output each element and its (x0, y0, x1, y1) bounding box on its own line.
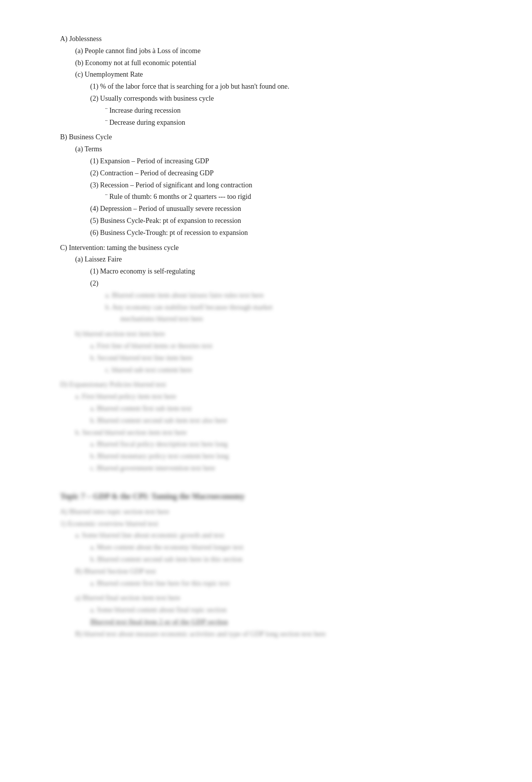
blurred-title-2-text: 1) Economic overview blurred text (60, 520, 158, 528)
blurred-title-item2-sub-text: a. Blurred content first line here for t… (90, 580, 229, 587)
section-b-item5-text: (5) Business Cycle-Peak: pt of expansion… (90, 217, 241, 224)
blurred-c2-line1: a. Blurred content item about laissez fa… (105, 290, 492, 302)
section-b: B) Business Cycle (60, 131, 492, 143)
blurred-title-sub-item2: b. Blurred content second sub item here … (90, 554, 492, 566)
blurred-title-sub-item1: a. More content about the economy blurre… (90, 542, 492, 554)
blurred-d-item2-text: b. Second blurred section item text here (75, 429, 187, 436)
section-a-c-item2-text: (2) Usually corresponds with business cy… (90, 95, 214, 102)
section-a-label: A) Joblessness (60, 35, 102, 43)
section-b-item6: (6) Business Cycle-Trough: pt of recessi… (90, 227, 492, 239)
section-a-a-label: (a) People cannot find jobs à Loss of in… (75, 47, 200, 55)
blurred-title-item2-text: B) Blurred Section GDP text (75, 568, 156, 575)
blurred-title-final1-text: a. Some blurred content about final topi… (90, 606, 226, 614)
section-c-label: C) Intervention: taming the business cyc… (60, 244, 179, 251)
section-c-a-label: (a) Laissez Faire (75, 255, 122, 263)
section-b-item4: (4) Depression – Period of unusually sev… (90, 203, 492, 215)
section-b-item3: (3) Recession – Period of significant an… (90, 179, 492, 191)
blurred-d-sub5: c. Blurred government intervention text … (90, 462, 492, 474)
blurred-d-item1-text: a. First blurred policy item text here (75, 393, 176, 400)
section-c-item2-text: (2) (90, 280, 98, 287)
blurred-d-sub4: b. Blurred monetary policy text content … (90, 450, 492, 462)
blurred-title-item1: a. Some blurred line about economic grow… (75, 530, 492, 542)
blurred-title-final2-text: Blurred text final item 2 or of the GDP … (90, 618, 228, 626)
blurred-b-item1: a. First line of blurred items or theori… (90, 340, 492, 352)
blurred-title-sub1: A) Blurred intro topic section text here (60, 506, 492, 518)
blurred-d-section: D) Expansionary Policies blurred text (60, 379, 492, 391)
blurred-title-final1: a. Some blurred content about final topi… (90, 604, 492, 616)
section-c-item2: (2) (90, 278, 492, 290)
blurred-c2-line3: mechanisms blurred text here (120, 313, 492, 325)
section-b-item4-text: (4) Depression – Period of unusually sev… (90, 205, 241, 212)
blurred-b-section-text: b) blurred section text item here (75, 330, 165, 338)
blurred-d-sub2: b. Blurred content second sub item text … (90, 415, 492, 427)
section-b-item6-text: (6) Business Cycle-Trough: pt of recessi… (90, 229, 248, 236)
blurred-c2-line3-text: mechanisms blurred text here (120, 315, 203, 323)
blurred-title-final3: B) blurred text about measure economic a… (75, 628, 492, 640)
section-a-c-bullet2: ¨ Decrease during expansion (105, 117, 492, 129)
blurred-b-item2-text: b. Second blurred text line item here (90, 354, 192, 362)
section-a-a: (a) People cannot find jobs à Loss of in… (75, 45, 492, 57)
section-a: A) Joblessness (60, 33, 492, 45)
blurred-title-item2-sub: a. Blurred content first line here for t… (90, 578, 492, 590)
blurred-title-final2: Blurred text final item 2 or of the GDP … (90, 616, 492, 628)
document-outline: A) Joblessness (a) People cannot find jo… (60, 33, 492, 640)
blurred-d-item1: a. First blurred policy item text here (75, 391, 492, 403)
blurred-d-sub3: a. Blurred fiscal policy description tex… (90, 438, 492, 450)
blurred-title-section: Topic 7 – GDP & the CPI: Taming the Macr… (60, 489, 492, 503)
blurred-b-sub: c. blurred sub text content here (105, 364, 492, 376)
section-c: C) Intervention: taming the business cyc… (60, 242, 492, 254)
blurred-title-item2: B) Blurred Section GDP text (75, 566, 492, 578)
blurred-c2-line1-text: a. Blurred content item about laissez fa… (105, 292, 263, 299)
blurred-d-sub2-text: b. Blurred content second sub item text … (90, 417, 227, 424)
section-b-item1: (1) Expansion – Period of increasing GDP (90, 155, 492, 167)
section-a-b-label: (b) Economy not at full economic potenti… (75, 59, 196, 67)
blurred-d-sub3-text: a. Blurred fiscal policy description tex… (90, 440, 227, 448)
section-a-c-bullet2-text: ¨ Decrease during expansion (105, 119, 185, 126)
section-b-a-label: (a) Terms (75, 145, 102, 153)
blurred-title-sub-item2-text: b. Blurred content second sub item here … (90, 556, 242, 563)
blurred-c2-line2-text: b. Any economy can stabilize itself beca… (105, 304, 273, 311)
section-a-c-item1-text: (1) % of the labor force that is searchi… (90, 83, 290, 90)
blurred-b-item2: b. Second blurred text line item here (90, 352, 492, 364)
section-b-item2: (2) Contraction – Period of decreasing G… (90, 167, 492, 179)
section-b-item1-text: (1) Expansion – Period of increasing GDP (90, 157, 209, 165)
section-a-c: (c) Unemployment Rate (75, 69, 492, 81)
section-c-item1-text: (1) Macro economy is self-regulating (90, 268, 195, 275)
blurred-c2-line2: b. Any economy can stabilize itself beca… (105, 302, 492, 314)
blurred-title-item1-text: a. Some blurred line about economic grow… (75, 532, 224, 539)
section-b-sub-bullet-text: ¨ Rule of thumb: 6 months or 2 quarters … (105, 193, 251, 200)
blurred-d-sub1-text: a. Blurred content first sub item text (90, 405, 192, 412)
blurred-b-item1-text: a. First line of blurred items or theori… (90, 342, 212, 350)
section-b-label: B) Business Cycle (60, 133, 112, 141)
section-b-item3-text: (3) Recession – Period of significant an… (90, 181, 252, 189)
blurred-title-text: Topic 7 – GDP & the CPI: Taming the Macr… (60, 492, 244, 500)
blurred-b-sub-text: c. blurred sub text content here (105, 366, 192, 374)
section-a-c-bullet1-text: ¨ Increase during recession (105, 107, 180, 114)
section-b-item2-text: (2) Contraction – Period of decreasing G… (90, 169, 214, 177)
blurred-d-sub5-text: c. Blurred government intervention text … (90, 464, 215, 472)
blurred-b-section: b) blurred section text item here (75, 328, 492, 340)
blurred-title-final3-text: B) blurred text about measure economic a… (75, 630, 326, 638)
section-b-item5: (5) Business Cycle-Peak: pt of expansion… (90, 215, 492, 227)
section-a-c-item2: (2) Usually corresponds with business cy… (90, 93, 492, 105)
section-c-item1: (1) Macro economy is self-regulating (90, 266, 492, 278)
section-a-b: (b) Economy not at full economic potenti… (75, 57, 492, 69)
blurred-title-item3-text: a) Blurred final section item text here (75, 594, 180, 602)
blurred-d-sub1: a. Blurred content first sub item text (90, 403, 492, 415)
blurred-title-2: 1) Economic overview blurred text (60, 518, 492, 530)
section-a-c-label: (c) Unemployment Rate (75, 71, 143, 78)
blurred-d-section-text: D) Expansionary Policies blurred text (60, 381, 166, 388)
blurred-title-item3: a) Blurred final section item text here (75, 592, 492, 604)
blurred-d-item2: b. Second blurred section item text here (75, 427, 492, 439)
blurred-d-sub4-text: b. Blurred monetary policy text content … (90, 452, 229, 460)
section-c-a: (a) Laissez Faire (75, 253, 492, 266)
section-b-a: (a) Terms (75, 143, 492, 155)
section-a-c-item1: (1) % of the labor force that is searchi… (90, 81, 492, 93)
section-b-sub-bullet: ¨ Rule of thumb: 6 months or 2 quarters … (105, 191, 492, 203)
blurred-title-sub-item1-text: a. More content about the economy blurre… (90, 544, 243, 551)
blurred-title-sub1-text: A) Blurred intro topic section text here (60, 508, 169, 515)
section-a-c-bullet1: ¨ Increase during recession (105, 105, 492, 117)
